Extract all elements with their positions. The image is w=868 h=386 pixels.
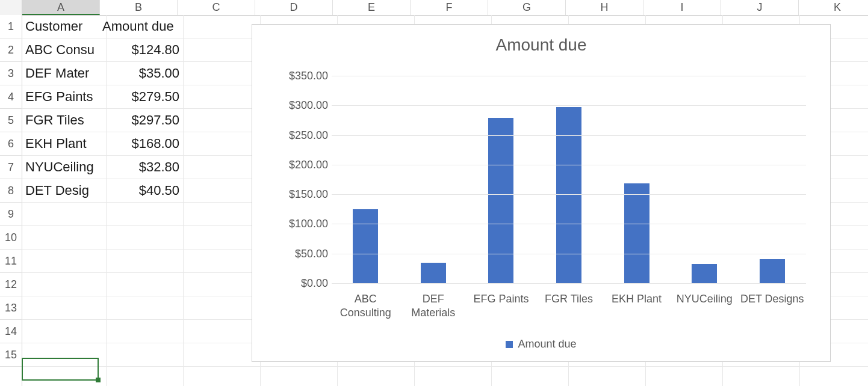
chart-bars [332, 76, 806, 283]
cell-C3[interactable] [176, 62, 261, 85]
column-header-D[interactable]: D [255, 0, 333, 15]
cell-B2[interactable]: $124.80 [99, 38, 184, 61]
cell-B3[interactable]: $35.00 [99, 62, 184, 85]
column-header-C[interactable]: C [178, 0, 255, 15]
cell-A1[interactable]: Customer [22, 15, 107, 38]
x-label: FGR Tiles [535, 292, 603, 319]
cell-A16[interactable] [22, 367, 107, 386]
bar-det-designs[interactable] [760, 259, 785, 283]
row-header-11[interactable]: 11 [0, 250, 22, 273]
cell-K16[interactable] [792, 367, 868, 386]
column-header-I[interactable]: I [643, 0, 721, 15]
row-header-6[interactable]: 6 [0, 132, 22, 156]
cell-B1[interactable]: Amount due [99, 15, 184, 38]
cell-A2[interactable]: ABC Consu [22, 38, 107, 61]
cell-C4[interactable] [176, 85, 261, 108]
chart[interactable]: Amount due $0.00$50.00$100.00$150.00$200… [252, 24, 831, 362]
cell-C13[interactable] [176, 296, 261, 319]
row-header-8[interactable]: 8 [0, 179, 22, 203]
column-header-B[interactable]: B [100, 0, 178, 15]
row-header-4[interactable]: 4 [0, 85, 22, 109]
cell-C11[interactable] [176, 250, 261, 272]
cell-A4[interactable]: EFG Paints [22, 85, 107, 108]
cell-I16[interactable] [638, 367, 723, 386]
cell-C12[interactable] [176, 273, 261, 296]
cell-C15[interactable] [176, 343, 261, 366]
cell-B6[interactable]: $168.00 [99, 132, 184, 155]
cell-F16[interactable] [407, 367, 492, 386]
row-header-13[interactable]: 13 [0, 296, 22, 320]
bar-efg-paints[interactable] [488, 118, 513, 284]
column-header-H[interactable]: H [566, 0, 643, 15]
cell-B4[interactable]: $279.50 [99, 85, 184, 108]
corner-spacer [0, 0, 22, 15]
row-header-15[interactable]: 15 [0, 343, 22, 367]
cell-A7[interactable]: NYUCeiling [22, 156, 107, 179]
cell-A15[interactable] [22, 343, 107, 366]
cell-C2[interactable] [176, 38, 261, 61]
cell-A9[interactable] [22, 203, 107, 225]
y-tick-label: $200.00 [289, 158, 328, 171]
column-header-F[interactable]: F [411, 0, 488, 15]
cell-A3[interactable]: DEF Mater [22, 62, 107, 85]
cell-B8[interactable]: $40.50 [99, 179, 184, 202]
row-header-3[interactable]: 3 [0, 62, 22, 85]
cell-C16[interactable] [176, 367, 261, 386]
cell-C6[interactable] [176, 132, 261, 155]
row-header-14[interactable]: 14 [0, 320, 22, 343]
row-header-5[interactable]: 5 [0, 109, 22, 132]
bar-slot [400, 76, 468, 283]
cell-A5[interactable]: FGR Tiles [22, 109, 107, 132]
bar-fgr-tiles[interactable] [556, 107, 581, 283]
gridline [332, 194, 806, 195]
cell-B7[interactable]: $32.80 [99, 156, 184, 179]
spreadsheet-window: ABCDEFGHIJK 123456789101112131415 Custom… [0, 0, 868, 386]
cell-J16[interactable] [715, 367, 800, 386]
cell-A13[interactable] [22, 296, 107, 319]
bar-ekh-plant[interactable] [624, 183, 649, 283]
chart-x-labels: ABC ConsultingDEF MaterialsEFG PaintsFGR… [332, 292, 806, 319]
bar-abc-consulting[interactable] [353, 209, 378, 283]
bar-def-materials[interactable] [421, 263, 446, 284]
row-header-10[interactable]: 10 [0, 226, 22, 250]
cell-B12[interactable] [99, 273, 184, 296]
cell-B15[interactable] [99, 343, 184, 366]
cell-A12[interactable] [22, 273, 107, 296]
cell-A14[interactable] [22, 320, 107, 343]
cell-A8[interactable]: DET Desig [22, 179, 107, 202]
cell-C1[interactable] [176, 15, 261, 38]
cell-B5[interactable]: $297.50 [99, 109, 184, 132]
cell-G16[interactable] [484, 367, 569, 386]
cell-B14[interactable] [99, 320, 184, 343]
column-header-J[interactable]: J [721, 0, 799, 15]
column-header-K[interactable]: K [799, 0, 868, 15]
cell-B11[interactable] [99, 250, 184, 272]
column-header-A[interactable]: A [22, 0, 100, 15]
row-header-7[interactable]: 7 [0, 156, 22, 179]
cell-A10[interactable] [22, 226, 107, 249]
row-header-9[interactable]: 9 [0, 203, 22, 226]
cell-A6[interactable]: EKH Plant [22, 132, 107, 155]
cell-C7[interactable] [176, 156, 261, 179]
cell-A11[interactable] [22, 250, 107, 272]
column-header-G[interactable]: G [488, 0, 566, 15]
cell-B9[interactable] [99, 203, 184, 225]
cell-C9[interactable] [176, 203, 261, 225]
row-header-2[interactable]: 2 [0, 38, 22, 62]
row-header-1[interactable]: 1 [0, 15, 22, 38]
column-header-E[interactable]: E [333, 0, 411, 15]
bar-nyuceiling[interactable] [692, 264, 717, 283]
y-tick-label: $50.00 [295, 247, 328, 260]
cell-B10[interactable] [99, 226, 184, 249]
cell-E16[interactable] [330, 367, 415, 386]
cell-C5[interactable] [176, 109, 261, 132]
cell-C8[interactable] [176, 179, 261, 202]
row-header-12[interactable]: 12 [0, 273, 22, 296]
x-label: EKH Plant [603, 292, 671, 319]
cell-C14[interactable] [176, 320, 261, 343]
cell-B13[interactable] [99, 296, 184, 319]
cell-C10[interactable] [176, 226, 261, 249]
cell-B16[interactable] [99, 367, 184, 386]
cell-H16[interactable] [561, 367, 646, 386]
cell-D16[interactable] [253, 367, 338, 386]
